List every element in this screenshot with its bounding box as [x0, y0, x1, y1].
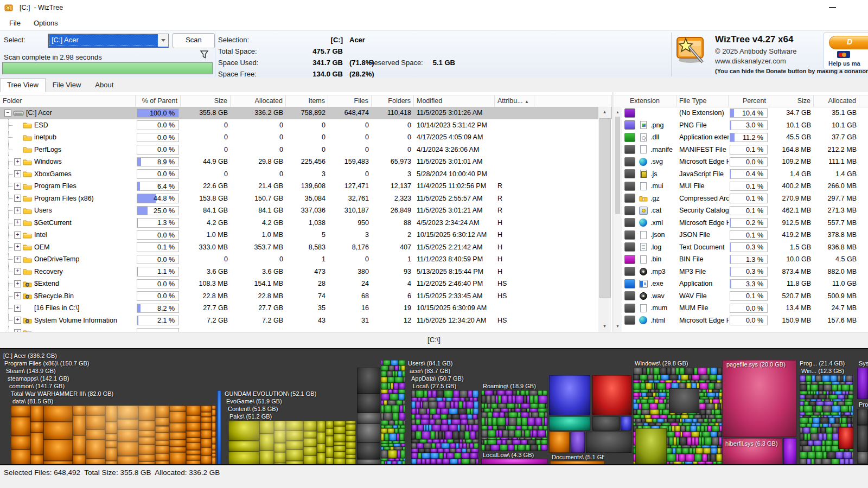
extension-row[interactable]: .logText Document0.3 %1.5 GB936.8 MB — [614, 241, 868, 254]
extension-row[interactable]: .jsonJSON File0.1 %419.2 MB378.8 MB — [614, 229, 868, 241]
extension-row[interactable]: .wavWAV File0.1 %520.7 MB500.9 MB — [614, 290, 868, 303]
treemap-label: LocalLow\ (4.3 GB) — [481, 452, 547, 459]
tree-column-header[interactable]: Allocated — [231, 95, 286, 107]
treemap[interactable]: [C:] Acer (336.2 GB)Program Files (x86)\… — [0, 348, 868, 465]
tree-row[interactable]: +Users25.0 %84.1 GB84.1 GB337,036310,187… — [0, 204, 612, 217]
tab-file-view[interactable]: File View — [46, 78, 88, 92]
expander-icon[interactable]: + — [14, 305, 21, 312]
tree-row[interactable]: +$GetCurrent1.3 %4.2 GB4.2 GB1,038950884… — [0, 217, 612, 229]
scan-button[interactable]: Scan — [173, 33, 215, 48]
filter-icon[interactable] — [200, 50, 209, 61]
expander-icon[interactable]: + — [14, 243, 21, 251]
expander-icon[interactable]: + — [14, 195, 21, 202]
scroll-up-icon[interactable]: ▲ — [614, 107, 622, 118]
combo-dropdown-button[interactable] — [158, 34, 168, 47]
tree-column-header[interactable]: Files — [328, 95, 372, 107]
tree-row[interactable]: +Recovery1.1 %3.6 GB3.6 GB473380935/13/2… — [0, 266, 612, 278]
tree-scrollbar[interactable]: ▲ ▼ — [598, 107, 611, 332]
tree-row[interactable]: PerfLogs0.0 %000004/1/2024 3:26:06 AM — [0, 144, 612, 156]
tree-row[interactable]: +XboxGames0.0 %003035/28/2024 10:00:40 P… — [0, 168, 612, 181]
tree-row[interactable]: +Program Files (x86)44.8 %153.8 GB150.7 … — [0, 192, 612, 205]
expander-icon[interactable]: + — [14, 170, 21, 177]
extension-row[interactable]: .binBIN File1.3 %10.0 GB4.5 GB — [614, 253, 868, 266]
tree-column-header[interactable]: % of Parent — [136, 95, 181, 107]
extension-row[interactable]: .gzCompressed Arch0.1 %270.9 MB297.7 MB — [614, 192, 868, 205]
extension-column-header[interactable]: Size — [769, 95, 814, 107]
tab-about[interactable]: About — [88, 78, 120, 92]
expander-icon[interactable]: − — [4, 110, 11, 117]
extension-row[interactable]: .catSecurity Catalog0.1 %462.1 MB271.3 M… — [614, 204, 868, 217]
expander-icon[interactable]: + — [14, 232, 21, 239]
extension-row[interactable]: .exeApplication3.3 %11.8 GB11.0 GB — [614, 278, 868, 290]
tree-row[interactable]: +$Extend0.0 %108.3 MB154.1 MB2824411/2/2… — [0, 278, 612, 290]
tree-row[interactable]: +Intel0.0 %1.0 MB1.0 MB53210/15/2025 6:3… — [0, 229, 612, 241]
minimize-button[interactable] — [829, 7, 836, 8]
expander-icon[interactable]: + — [14, 317, 21, 324]
extension-size: 10.1 GB — [769, 121, 814, 129]
tree-row[interactable]: +System Volume Information2.1 %7.2 GB7.2… — [0, 314, 612, 327]
expander-icon[interactable]: + — [14, 268, 21, 275]
tree-row[interactable]: + — [0, 326, 612, 332]
cell: 1 — [372, 255, 414, 263]
scroll-thumb[interactable] — [599, 118, 611, 298]
tree-row[interactable]: −[C:] Acer100.0 %355.8 GB336.2 GB758,892… — [0, 107, 612, 119]
extension-scrollbar[interactable]: ▲ ▼ — [614, 107, 622, 332]
tree-column-header[interactable]: Items — [286, 95, 328, 107]
folder-name: System Volume Information — [34, 317, 117, 324]
extension-column-header[interactable]: Percent — [729, 95, 769, 107]
drive-combo[interactable]: [C:] Acer — [48, 34, 169, 48]
extension-size: 873.4 MB — [769, 268, 814, 275]
extension-row[interactable]: .muiMUI File0.1 %400.2 MB266.0 MB — [614, 180, 868, 192]
extension-row[interactable]: .dllApplication exten11.2 %45.5 GB37.7 G… — [614, 131, 868, 144]
tree-row[interactable]: +OEM0.1 %333.0 MB353.7 MB8,5838,17640711… — [0, 241, 612, 254]
extension-row[interactable]: .manifeMANIFEST File0.1 %164.8 MB212.2 M… — [614, 144, 868, 156]
expander-icon[interactable]: + — [14, 183, 21, 190]
extension-row[interactable]: .htmlMicrosoft Edge H0.0 %150.9 MB157.6 … — [614, 314, 868, 327]
extension-row[interactable]: .xmlMicrosoft Edge H0.2 %912.5 MB557.7 M… — [614, 217, 868, 229]
menu-options[interactable]: Options — [30, 17, 62, 29]
tree-column-header[interactable]: Size — [181, 95, 231, 107]
extension-row[interactable]: .mp3MP3 File0.3 %873.4 MB882.0 MB — [614, 266, 868, 278]
extension-column-header[interactable]: Extension — [614, 95, 676, 107]
expander-icon[interactable]: + — [14, 207, 21, 214]
menu-file[interactable]: File — [5, 17, 24, 29]
expander-icon[interactable]: + — [14, 280, 21, 287]
tree-column-header[interactable]: Attribu... ▲ — [495, 95, 534, 107]
extension-row[interactable]: .mumMUM File0.0 %13.4 MB24.7 MB — [614, 302, 868, 314]
tree-row[interactable]: +Program Files6.4 %22.6 GB21.4 GB139,608… — [0, 180, 612, 192]
scroll-down-icon[interactable]: ▼ — [598, 321, 611, 332]
brand-website[interactable]: www.diskanalyzer.com — [715, 57, 786, 65]
expander-icon[interactable]: + — [14, 256, 21, 263]
expander-icon[interactable]: + — [14, 219, 21, 226]
tree-column-header[interactable]: Folder — [0, 95, 136, 107]
expander-icon[interactable]: + — [14, 158, 21, 165]
extension-row[interactable]: .jsJavaScript File0.4 %1.4 GB1.4 GB — [614, 168, 868, 181]
extension-color-swatch — [624, 230, 635, 240]
tree-row[interactable]: +[16 Files in C:\]8.2 %27.7 GB27.7 GB351… — [0, 302, 612, 314]
cell: 8,176 — [328, 243, 372, 251]
file-type: JavaScript File — [676, 170, 729, 178]
scroll-thumb[interactable] — [615, 117, 620, 214]
tree-row[interactable]: +$Recycle.Bin0.0 %22.8 MB22.8 MB7468611/… — [0, 290, 612, 303]
tree-row[interactable]: +Windows8.9 %44.9 GB29.8 GB225,456159,48… — [0, 156, 612, 168]
scroll-up-icon[interactable]: ▲ — [598, 107, 611, 118]
cell: 0 — [231, 121, 286, 129]
extension-row[interactable]: .pngPNG File3.0 %10.1 GB10.1 GB — [614, 119, 868, 132]
tree-row[interactable]: ESD0.0 %0000010/14/2023 5:31:42 PM — [0, 119, 612, 132]
donate-button[interactable]: D — [829, 36, 868, 49]
extension-column-header[interactable]: File Type — [676, 95, 729, 107]
extension-name: .xml — [650, 219, 663, 227]
tree-row[interactable]: inetpub0.0 %000004/17/2025 4:05:09 AM — [0, 131, 612, 144]
extension-row[interactable]: .svgMicrosoft Edge H0.0 %109.2 MB111.1 M… — [614, 156, 868, 168]
expander-icon[interactable]: + — [14, 292, 21, 299]
tree-column-header[interactable] — [534, 95, 612, 107]
tab-tree-view[interactable]: Tree View — [0, 78, 46, 92]
tree-column-header[interactable]: Folders — [372, 95, 414, 107]
extension-column-header[interactable]: Allocated — [814, 95, 859, 107]
tree-column-header[interactable]: Modified — [414, 95, 495, 107]
tree-row[interactable]: +OneDriveTemp0.0 %0010111/1/2023 8:40:59… — [0, 253, 612, 266]
scroll-down-icon[interactable]: ▼ — [614, 321, 622, 332]
extension-row[interactable]: (No Extension)10.4 %34.7 GB35.1 GB — [614, 107, 868, 119]
cell: H — [495, 268, 534, 275]
extension-color-swatch — [624, 157, 635, 166]
